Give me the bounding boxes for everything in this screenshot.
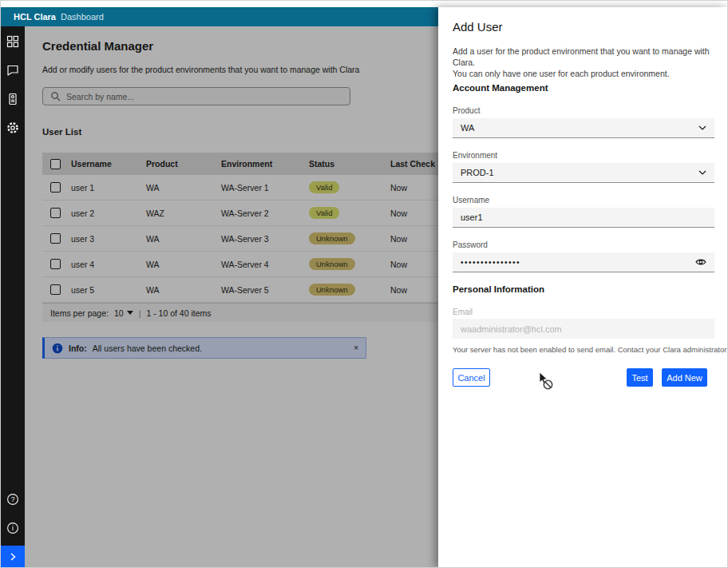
environment-label: Environment bbox=[453, 151, 497, 160]
credential-badge-icon[interactable] bbox=[4, 90, 22, 108]
account-management-section-title: Account Management bbox=[453, 83, 548, 93]
test-button[interactable]: Test bbox=[627, 368, 653, 387]
cancel-button[interactable]: Cancel bbox=[453, 368, 490, 387]
modal-overlay bbox=[25, 26, 438, 568]
personal-information-section-title: Personal Information bbox=[453, 284, 544, 294]
username-label: Username bbox=[453, 196, 489, 205]
password-input[interactable]: ••••••••••••••• bbox=[453, 252, 714, 272]
dashboard-icon[interactable] bbox=[4, 33, 22, 50]
chevron-down-icon bbox=[698, 125, 706, 130]
panel-title: Add User bbox=[453, 20, 503, 34]
svg-text:i: i bbox=[12, 524, 14, 532]
add-new-button[interactable]: Add New bbox=[662, 368, 707, 387]
add-user-panel: Add User Add a user for the product envi… bbox=[438, 7, 728, 568]
product-select[interactable]: WA bbox=[453, 118, 714, 138]
app-root: HCL Clara Dashboard bbox=[0, 0, 728, 568]
help-icon[interactable]: ? bbox=[1, 493, 25, 506]
app-title: Dashboard bbox=[61, 12, 104, 22]
environment-select[interactable]: PROD-1 bbox=[453, 163, 714, 183]
about-info-icon[interactable]: i bbox=[1, 522, 25, 534]
product-label: Product bbox=[453, 106, 480, 115]
email-helper-text: Your server has not been enabled to send… bbox=[453, 345, 728, 354]
email-input-disabled: waadministrator@hcl.com bbox=[453, 319, 714, 339]
left-rail: ? i bbox=[1, 26, 25, 568]
settings-gear-icon[interactable] bbox=[4, 119, 22, 137]
password-label: Password bbox=[453, 240, 488, 249]
show-password-eye-icon[interactable] bbox=[695, 256, 706, 268]
top-bar: HCL Clara Dashboard bbox=[1, 7, 438, 26]
expand-rail-button[interactable] bbox=[1, 546, 25, 568]
brand-title: HCL Clara bbox=[14, 12, 56, 22]
feedback-chat-icon[interactable] bbox=[4, 62, 22, 79]
email-label: Email bbox=[453, 308, 473, 316]
username-input[interactable]: user1 bbox=[453, 208, 714, 228]
chevron-down-icon bbox=[698, 170, 706, 175]
panel-description: Add a user for the product environment t… bbox=[453, 46, 719, 79]
main-content: Credential Manager Add or modify users f… bbox=[25, 26, 438, 568]
svg-text:?: ? bbox=[11, 495, 15, 503]
